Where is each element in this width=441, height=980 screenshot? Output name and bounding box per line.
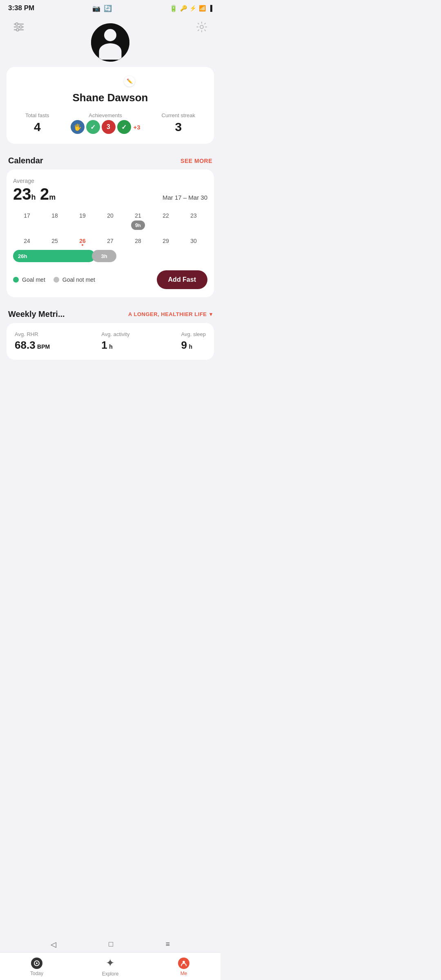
badge-green1: ✓ <box>86 120 100 134</box>
avg-activity-value-row: 1 h <box>101 339 129 352</box>
cal-day-26: 26 <box>69 235 96 247</box>
total-fasts-stat: Total fasts 4 <box>25 112 49 134</box>
avg-sleep-value-row: 9 h <box>181 339 206 352</box>
cal-day-19: 19 <box>69 210 96 221</box>
svg-point-5 <box>16 29 19 31</box>
calendar-row-1: 17 18 19 20 21 9h 22 23 <box>13 210 207 221</box>
fast-bar-gray: 3h <box>92 250 117 262</box>
avg-rhr-unit: BPM <box>37 343 50 350</box>
avg-activity-metric: Avg. activity 1 h <box>101 331 129 352</box>
svg-point-4 <box>20 26 22 28</box>
avg-time: 23h 2m <box>13 185 56 203</box>
bar-label-3h: 3h <box>101 253 107 259</box>
avg-activity-label: Avg. activity <box>101 331 129 337</box>
avg-sleep-unit: h <box>189 343 192 350</box>
current-streak-stat: Current streak 3 <box>162 112 195 134</box>
add-fast-button[interactable]: Add Fast <box>157 270 207 289</box>
key-icon: 🔑 <box>180 5 187 11</box>
avg-value-row: 23h 2m Mar 17 – Mar 30 <box>13 185 207 203</box>
filter-button[interactable] <box>10 18 28 36</box>
weekly-subtitle[interactable]: A LONGER, HEALTHIER LIFE ▾ <box>128 311 212 317</box>
cal-day-20: 20 <box>96 210 124 221</box>
metrics-row: Avg. RHR 68.3 BPM Avg. activity 1 h Avg.… <box>15 331 206 352</box>
cal-day-29: 29 <box>152 235 180 247</box>
avg-mins: 2 <box>40 185 49 203</box>
cal-day-28: 28 <box>124 235 152 247</box>
calendar-legend: Goal met Goal not met Add Fast <box>13 270 207 289</box>
calendar-title: Calendar <box>8 156 43 165</box>
avg-activity-unit: h <box>109 343 113 350</box>
avg-sleep-value: 9 <box>181 339 187 351</box>
fast-bars: 26h 3h <box>13 250 207 262</box>
svg-point-3 <box>16 23 18 25</box>
badge-blue: 🖐 <box>71 120 85 134</box>
achievements-more: +3 <box>134 124 140 131</box>
settings-button[interactable] <box>193 18 211 36</box>
legend-left: Goal met Goal not met <box>13 276 95 283</box>
legend-goal-not-met-label: Goal not met <box>62 276 95 283</box>
edit-avatar-button[interactable]: ✏️ <box>124 76 135 87</box>
avg-sleep-label: Avg. sleep <box>181 331 206 337</box>
cal-day-24: 24 <box>13 235 41 247</box>
avatar-anchor: ✏️ <box>7 42 214 67</box>
avatar <box>90 22 131 63</box>
current-streak-value: 3 <box>175 120 182 134</box>
achievements-badges: 🖐 ✓ 3 ✓ +3 <box>71 120 140 134</box>
avg-hours-unit: h <box>31 193 36 201</box>
avg-sleep-metric: Avg. sleep 9 h <box>181 331 206 352</box>
rotation-icon: 🔄 <box>104 4 112 12</box>
badge-green2: ✓ <box>117 120 131 134</box>
battery-level-icon: ▐ <box>208 5 212 11</box>
cal-day-18: 18 <box>41 210 69 221</box>
cal-day-30: 30 <box>180 235 207 247</box>
status-bar: 3:38 PM 📷 🔄 🔋 🔑 ⚡ 📶 ▐ <box>0 0 220 15</box>
cal-day-17: 17 <box>13 210 41 221</box>
bluetooth-icon: ⚡ <box>189 5 196 11</box>
wifi-icon: 📶 <box>199 5 206 11</box>
weekly-subtitle-text: A LONGER, HEALTHIER LIFE <box>128 311 207 317</box>
cal-day-22: 22 <box>152 210 180 221</box>
cal-day-27: 27 <box>96 235 124 247</box>
total-fasts-label: Total fasts <box>25 112 49 118</box>
weekly-card: Avg. RHR 68.3 BPM Avg. activity 1 h Avg.… <box>7 323 214 360</box>
legend-goal-not-met: Goal not met <box>53 276 95 283</box>
avg-activity-value: 1 <box>101 339 107 351</box>
avg-rhr-value: 68.3 <box>15 339 36 351</box>
avg-rhr-value-row: 68.3 BPM <box>15 339 50 352</box>
camera-icon: 📷 <box>92 4 100 12</box>
bar-label-26h: 26h <box>18 253 27 259</box>
legend-goal-met-label: Goal met <box>22 276 45 283</box>
status-icons-right: 🔋 🔑 ⚡ 📶 ▐ <box>169 4 212 12</box>
avg-label: Average <box>13 178 207 184</box>
svg-point-6 <box>200 25 203 29</box>
battery-icon: 🔋 <box>169 4 178 12</box>
profile-stats: Total fasts 4 Achievements 🖐 ✓ 3 ✓ +3 Cu… <box>15 112 206 134</box>
profile-name: Shane Dawson <box>15 91 206 104</box>
profile-card: Shane Dawson Total fasts 4 Achievements … <box>7 67 214 144</box>
calendar-card: Average 23h 2m Mar 17 – Mar 30 17 18 19 … <box>7 169 214 297</box>
date-range: Mar 17 – Mar 30 <box>163 194 207 201</box>
total-fasts-value: 4 <box>34 120 41 134</box>
avg-rhr-label: Avg. RHR <box>15 331 50 337</box>
cal-day-23: 23 <box>180 210 207 221</box>
fast-bar-green: 26h <box>13 250 95 262</box>
achievements-stat: Achievements 🖐 ✓ 3 ✓ +3 <box>71 112 140 134</box>
fast-pill-9h: 9h <box>131 220 145 230</box>
cal-day-21: 21 9h <box>124 210 152 221</box>
avg-rhr-metric: Avg. RHR 68.3 BPM <box>15 331 50 352</box>
legend-dot-green <box>13 277 19 283</box>
calendar-see-more[interactable]: SEE MORE <box>180 158 212 164</box>
badge-red: 3 <box>102 120 116 134</box>
chevron-down-icon: ▾ <box>209 311 213 317</box>
avatar-silhouette <box>91 23 129 62</box>
weekly-section-header: Weekly Metri... A LONGER, HEALTHIER LIFE… <box>0 304 220 323</box>
status-time: 3:38 PM <box>8 4 34 12</box>
avg-mins-unit: m <box>49 193 56 201</box>
cal-day-25: 25 <box>41 235 69 247</box>
legend-dot-gray <box>53 277 59 283</box>
weekly-title: Weekly Metri... <box>8 310 65 319</box>
avg-hours: 23 <box>13 185 31 203</box>
current-streak-label: Current streak <box>162 112 195 118</box>
calendar-row-2: 24 25 26 27 28 29 30 <box>13 235 207 247</box>
achievements-label: Achievements <box>89 112 122 118</box>
